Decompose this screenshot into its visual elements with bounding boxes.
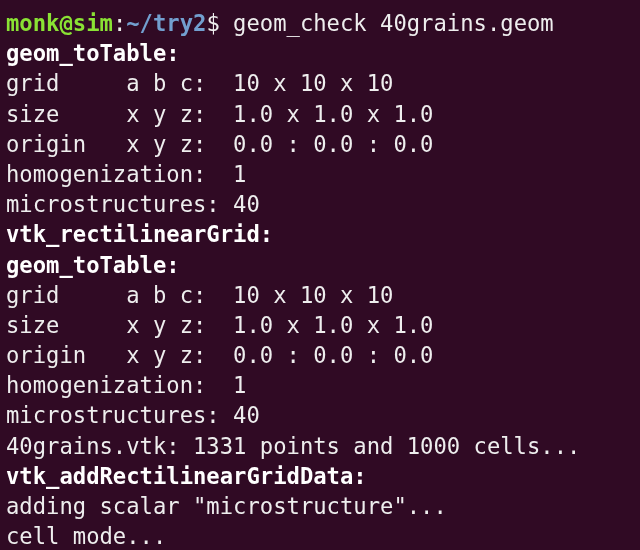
heading-vtk-rectilinear-grid: vtk_rectilinearGrid: — [6, 219, 634, 249]
heading-geom-to-table-1: geom_toTable: — [6, 38, 634, 68]
output-grid-2: grid a b c: 10 x 10 x 10 — [6, 280, 634, 310]
heading-vtk-add-rect-grid-data: vtk_addRectilinearGridData: — [6, 461, 634, 491]
output-homogenization-1: homogenization: 1 — [6, 159, 634, 189]
output-size-2: size x y z: 1.0 x 1.0 x 1.0 — [6, 310, 634, 340]
prompt-colon: : — [113, 10, 126, 36]
output-origin-2: origin x y z: 0.0 : 0.0 : 0.0 — [6, 340, 634, 370]
output-size-1: size x y z: 1.0 x 1.0 x 1.0 — [6, 99, 634, 129]
output-cell-mode: cell mode... — [6, 521, 634, 550]
output-microstructures-1: microstructures: 40 — [6, 189, 634, 219]
output-grid-1: grid a b c: 10 x 10 x 10 — [6, 68, 634, 98]
heading-geom-to-table-2: geom_toTable: — [6, 250, 634, 280]
prompt-path: ~/try2 — [126, 10, 206, 36]
prompt-user: monk@sim — [6, 10, 113, 36]
output-adding-scalar: adding scalar "microstructure"... — [6, 491, 634, 521]
output-microstructures-2: microstructures: 40 — [6, 400, 634, 430]
command-text: geom_check 40grains.geom — [233, 10, 554, 36]
output-origin-1: origin x y z: 0.0 : 0.0 : 0.0 — [6, 129, 634, 159]
prompt-dollar: $ — [206, 10, 219, 36]
prompt-line-1: monk@sim:~/try2$ geom_check 40grains.geo… — [6, 8, 634, 38]
output-homogenization-2: homogenization: 1 — [6, 370, 634, 400]
output-vtk-summary: 40grains.vtk: 1331 points and 1000 cells… — [6, 431, 634, 461]
